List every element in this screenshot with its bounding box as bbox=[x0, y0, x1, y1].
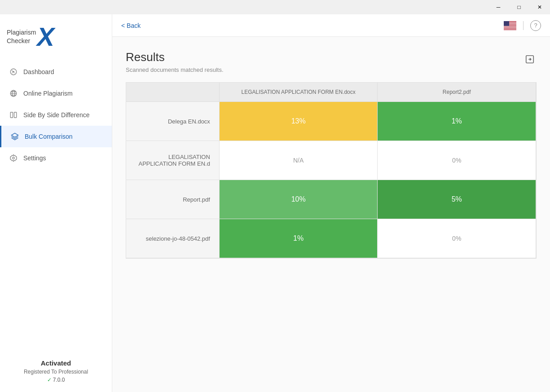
sidebar-item-side-label: Side By Side Difference bbox=[23, 111, 90, 119]
row-label-3: Report.pdf bbox=[126, 180, 219, 219]
back-button[interactable]: < Back bbox=[121, 22, 141, 29]
cell-bar-yellow: 13% bbox=[220, 102, 378, 141]
sidebar-bottom: Activated Registered To Professional ✓7.… bbox=[0, 350, 112, 392]
activation-status: Activated bbox=[9, 359, 103, 367]
table-row: Delega EN.docx 13% 1% bbox=[126, 102, 536, 141]
table-row: Report.pdf 10% 5% bbox=[126, 180, 536, 219]
svg-rect-8 bbox=[14, 112, 17, 118]
results-area: Results Scanned documents matched result… bbox=[112, 37, 550, 392]
layers-icon bbox=[10, 132, 19, 141]
export-button[interactable] bbox=[523, 53, 537, 66]
sidebar-item-settings[interactable]: Settings bbox=[0, 147, 112, 169]
svg-rect-15 bbox=[504, 26, 516, 26]
logo-text: Plagiarism Checker bbox=[7, 28, 36, 44]
table-col-header-1: LEGALISATION APPLICATION FORM EN.docx bbox=[219, 83, 378, 102]
version-number: ✓7.0.0 bbox=[9, 377, 103, 383]
gear-icon bbox=[9, 154, 18, 163]
sidebar-item-online-label: Online Plagiarism bbox=[23, 90, 73, 97]
table-row: LEGALISATION APPLICATION FORM EN.d N/A 0… bbox=[126, 141, 536, 180]
comparison-table: LEGALISATION APPLICATION FORM EN.docx Re… bbox=[126, 83, 536, 258]
table-cell-4-2[interactable]: 0% bbox=[378, 219, 536, 258]
table-cell-4-1[interactable]: 1% bbox=[219, 219, 378, 258]
table-cell-2-1[interactable]: N/A bbox=[219, 141, 378, 180]
topbar-divider bbox=[523, 21, 524, 30]
language-flag[interactable] bbox=[504, 21, 516, 30]
logo-plagiarism: Plagiarism bbox=[7, 28, 36, 36]
comparison-table-wrapper: LEGALISATION APPLICATION FORM EN.docx Re… bbox=[126, 82, 537, 259]
logo-checker: Checker bbox=[7, 37, 36, 45]
globe-icon bbox=[9, 89, 18, 98]
table-cell-1-1[interactable]: 13% bbox=[219, 102, 378, 141]
topbar: < Back ? bbox=[112, 14, 550, 37]
table-cell-1-2[interactable]: 1% bbox=[378, 102, 536, 141]
row-label-1: Delega EN.docx bbox=[126, 102, 219, 141]
svg-point-10 bbox=[13, 157, 15, 159]
close-button[interactable]: ✕ bbox=[529, 0, 550, 14]
cell-zero-2: 0% bbox=[378, 219, 536, 258]
svg-marker-9 bbox=[12, 133, 18, 137]
check-icon: ✓ bbox=[47, 377, 52, 383]
cell-bar-green-4: 1% bbox=[220, 219, 378, 258]
table-header-row: LEGALISATION APPLICATION FORM EN.docx Re… bbox=[126, 83, 536, 102]
sidebar: Plagiarism Checker X Dashboard bbox=[0, 14, 112, 392]
table-col-header-2: Report2.pdf bbox=[378, 83, 536, 102]
table-cell-2-2[interactable]: 0% bbox=[378, 141, 536, 180]
table-cell-3-2[interactable]: 5% bbox=[378, 180, 536, 219]
logo-area: Plagiarism Checker X bbox=[0, 19, 112, 61]
table-col-empty bbox=[126, 83, 219, 102]
sidebar-item-bulk-comparison[interactable]: Bulk Comparison bbox=[0, 126, 112, 147]
svg-rect-17 bbox=[504, 28, 516, 29]
table-cell-3-1[interactable]: 10% bbox=[219, 180, 378, 219]
svg-rect-18 bbox=[504, 21, 509, 26]
sidebar-item-settings-label: Settings bbox=[23, 154, 46, 162]
columns-icon bbox=[9, 110, 18, 119]
titlebar: ─ □ ✕ bbox=[0, 0, 550, 14]
registered-to: Registered To Professional bbox=[9, 369, 103, 375]
sidebar-item-online-plagiarism[interactable]: Online Plagiarism bbox=[0, 83, 112, 104]
svg-rect-16 bbox=[504, 27, 516, 28]
help-button[interactable]: ? bbox=[530, 20, 541, 31]
svg-rect-7 bbox=[10, 112, 13, 118]
sidebar-item-dashboard[interactable]: Dashboard bbox=[0, 61, 112, 83]
maximize-button[interactable]: □ bbox=[509, 0, 529, 14]
row-label-2: LEGALISATION APPLICATION FORM EN.d bbox=[126, 141, 219, 180]
topbar-right: ? bbox=[504, 20, 541, 31]
app-container: Plagiarism Checker X Dashboard bbox=[0, 14, 550, 392]
results-title: Results bbox=[126, 50, 224, 64]
main-content: < Back ? bbox=[112, 14, 550, 392]
cell-bar-green-2: 10% bbox=[220, 180, 378, 219]
cell-zero-1: 0% bbox=[378, 141, 536, 180]
cell-bar-green-1: 1% bbox=[378, 102, 536, 141]
cell-na: N/A bbox=[220, 141, 378, 180]
sidebar-item-dashboard-label: Dashboard bbox=[23, 68, 54, 75]
row-label-4: selezione-jo-48-0542.pdf bbox=[126, 219, 219, 258]
sidebar-item-bulk-label: Bulk Comparison bbox=[25, 133, 73, 140]
logo-x: X bbox=[37, 26, 54, 48]
speedometer-icon bbox=[9, 67, 18, 76]
table-row: selezione-jo-48-0542.pdf 1% 0% bbox=[126, 219, 536, 258]
cell-bar-green-3: 5% bbox=[378, 180, 536, 219]
results-subtitle: Scanned documents matched results. bbox=[126, 66, 224, 73]
sidebar-item-side-by-side[interactable]: Side By Side Difference bbox=[0, 104, 112, 126]
minimize-button[interactable]: ─ bbox=[488, 0, 509, 14]
